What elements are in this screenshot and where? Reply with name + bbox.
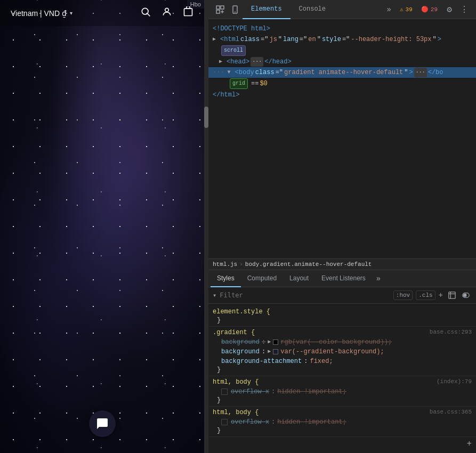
- triangle-icon[interactable]: ▼: [228, 68, 234, 77]
- tab-event-listeners[interactable]: Event Listeners: [315, 270, 372, 287]
- website-top-bar: Vietnam | VND ₫ ▾: [0, 0, 204, 26]
- toggle-icon[interactable]: [460, 289, 472, 301]
- website-preview: Hbo Vietnam | VND ₫ ▾: [0, 0, 204, 453]
- devtools-panel: Elements Console » ⚠ 39 🔴 29 ⚙ ⋮ <!DOCTY…: [208, 0, 476, 453]
- tab-elements[interactable]: Elements: [243, 0, 291, 19]
- devtools-panel-tabs: Styles Computed Layout Event Listeners »: [208, 270, 476, 287]
- css-prop-overflow-2: overflow-x : hidden !important;: [213, 417, 472, 427]
- devtools-scrollbar[interactable]: [204, 0, 208, 453]
- color-swatch[interactable]: [273, 339, 278, 345]
- svg-point-13: [464, 294, 466, 296]
- css-selector-gradient: .gradient { base.css:293: [213, 329, 472, 336]
- dom-body-tag[interactable]: ··· ▼ <body class="gradient animate--hov…: [208, 67, 476, 78]
- locale-text: Vietnam | VND ₫: [11, 9, 67, 18]
- dom-scroll-badge-line: scroll: [208, 45, 476, 56]
- css-filter-input[interactable]: [220, 292, 390, 299]
- css-prop-overflow-1: overflow-x : hidden !important;: [213, 387, 472, 397]
- css-prop-bg-attachment: background-attachment : fixed;: [213, 357, 472, 366]
- add-rule-area: +: [208, 437, 476, 451]
- breadcrumb-html[interactable]: html.js: [213, 261, 237, 268]
- elements-panel: <!DOCTYPE html> ▶ <html class="js" lang=…: [208, 19, 476, 453]
- tab-console[interactable]: Console: [291, 0, 334, 19]
- warning-count: 39: [406, 6, 413, 13]
- svg-point-2: [165, 8, 169, 12]
- css-rule-html-body-1: html, body { (index):79 overflow-x : hid…: [208, 376, 476, 407]
- svg-rect-5: [221, 6, 224, 9]
- ellipsis-button[interactable]: ···: [251, 57, 263, 67]
- dom-head-tag[interactable]: ▶ <head> ··· </head>: [208, 56, 476, 67]
- svg-line-1: [148, 14, 150, 17]
- cls-button[interactable]: .cls: [416, 290, 435, 300]
- triangle-icon[interactable]: ▶: [219, 57, 225, 67]
- error-icon: 🔴: [421, 6, 429, 13]
- dom-tree: <!DOCTYPE html> ▶ <html class="js" lang=…: [208, 19, 476, 258]
- css-rule-gradient: .gradient { base.css:293 background : ▶ …: [208, 327, 476, 376]
- css-rule-element-style: element.style { }: [208, 306, 476, 327]
- expand-arrow[interactable]: ▶: [268, 347, 271, 357]
- warning-icon: ⚠: [400, 6, 404, 13]
- tab-computed[interactable]: Computed: [241, 270, 283, 287]
- dom-html-close[interactable]: </html>: [208, 90, 476, 100]
- css-rule-html-body-2: html, body { base.css:365 overflow-x : h…: [208, 407, 476, 437]
- svg-rect-3: [184, 9, 192, 15]
- add-style-button[interactable]: +: [439, 291, 443, 300]
- error-badge: 🔴 29: [417, 6, 442, 13]
- header-icons: [140, 6, 193, 20]
- devtools-more-icon[interactable]: ⋮: [457, 2, 472, 17]
- svg-rect-6: [216, 10, 220, 13]
- tab-styles[interactable]: Styles: [211, 270, 241, 287]
- css-selector-html-body-2: html, body { base.css:365: [213, 409, 472, 416]
- expand-arrow[interactable]: ▶: [268, 337, 271, 347]
- search-icon[interactable]: [140, 6, 151, 20]
- prop-checkbox[interactable]: [221, 389, 228, 395]
- chat-button[interactable]: [89, 410, 116, 437]
- add-rule-button[interactable]: +: [466, 439, 472, 449]
- scrollbar-thumb[interactable]: [204, 107, 208, 128]
- cart-icon[interactable]: [183, 6, 193, 20]
- filter-icons-right: [446, 289, 472, 301]
- scroll-badge[interactable]: scroll: [221, 45, 246, 56]
- mobile-tool-icon[interactable]: [228, 2, 243, 17]
- panel-tabs-more[interactable]: »: [372, 274, 385, 283]
- tab-layout[interactable]: Layout: [283, 270, 315, 287]
- warning-badge: ⚠ 39: [396, 6, 417, 13]
- dom-grid-badge-line: grid == $0: [208, 78, 476, 90]
- prop-checkbox[interactable]: [221, 419, 228, 425]
- computed-view-icon[interactable]: [446, 289, 458, 301]
- css-selector-element: element.style {: [213, 308, 472, 316]
- breadcrumb: html.js › body.gradient.animate--hover-d…: [208, 259, 476, 270]
- dom-html-tag[interactable]: ▶ <html class="js" lang="en" style="--he…: [208, 34, 476, 45]
- breadcrumb-body: body.gradient.animate--hover-default: [245, 261, 372, 268]
- devtools-toolbar: Elements Console » ⚠ 39 🔴 29 ⚙ ⋮: [208, 0, 476, 19]
- chevron-down-icon: ▾: [70, 10, 72, 16]
- chat-icon: [96, 417, 109, 430]
- svg-rect-4: [216, 6, 220, 9]
- more-tabs-button[interactable]: »: [383, 5, 396, 14]
- account-icon[interactable]: [162, 6, 172, 20]
- devtools-main-tabs: Elements Console: [243, 0, 383, 19]
- inspector-tool-icon[interactable]: [213, 2, 228, 17]
- css-filter-bar: ▾ :hov .cls +: [208, 287, 476, 304]
- settings-icon[interactable]: ⚙: [442, 2, 457, 17]
- hov-button[interactable]: :hov: [393, 290, 413, 300]
- css-prop-background-2: background : ▶ var(--gradient-background…: [213, 347, 472, 357]
- locale-selector[interactable]: Vietnam | VND ₫ ▾: [11, 9, 72, 18]
- css-rules-panel: element.style { } .gradient { base.css:2…: [208, 304, 476, 453]
- devtools-bottom: html.js › body.gradient.animate--hover-d…: [208, 258, 476, 453]
- ellipsis-button[interactable]: ···: [414, 68, 427, 77]
- css-selector-html-body-1: html, body { (index):79: [213, 378, 472, 386]
- dom-doctype[interactable]: <!DOCTYPE html>: [208, 23, 476, 34]
- triangle-icon[interactable]: ▶: [213, 35, 219, 44]
- svg-rect-9: [449, 292, 455, 298]
- svg-point-0: [142, 8, 148, 14]
- css-prop-background-1: background : ▶ rgb(var(--color-backgroun…: [213, 337, 472, 347]
- color-swatch[interactable]: [273, 349, 278, 354]
- grid-badge[interactable]: grid: [230, 78, 248, 89]
- error-count: 29: [431, 6, 438, 13]
- filter-icon: ▾: [213, 292, 216, 300]
